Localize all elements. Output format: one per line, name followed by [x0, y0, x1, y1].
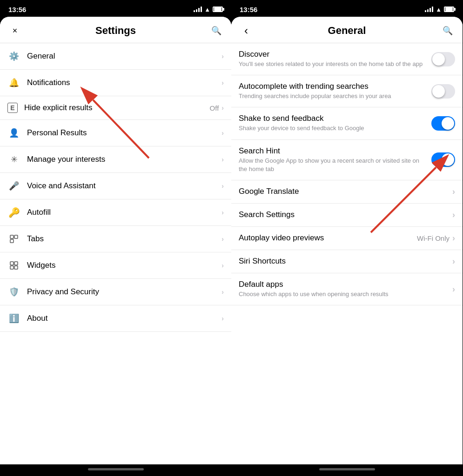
- back-button[interactable]: ‹: [239, 23, 254, 38]
- general-item-discover[interactable]: Discover You'll see stories related to y…: [231, 43, 463, 75]
- shake-feedback-toggle[interactable]: [431, 116, 455, 131]
- svg-rect-1: [14, 235, 18, 238]
- general-icon: ⚙️: [7, 50, 20, 63]
- general-item-shake-feedback[interactable]: Shake to send feedback Shake your device…: [231, 107, 463, 139]
- google-translate-content: Google Translate: [239, 187, 452, 196]
- chevron-icon: ›: [452, 284, 455, 294]
- chevron-icon: ›: [221, 262, 224, 269]
- close-button[interactable]: ×: [7, 23, 22, 38]
- discover-content: Discover You'll see stories related to y…: [239, 50, 427, 68]
- svg-rect-6: [14, 266, 18, 269]
- settings-item-privacy-security[interactable]: 🛡️ Privacy and Security ›: [0, 279, 231, 305]
- shake-feedback-subtitle: Shake your device to send feedback to Go…: [239, 124, 427, 132]
- general-item-search-settings[interactable]: Search Settings ›: [231, 204, 463, 227]
- widgets-label: Widgets: [27, 261, 221, 270]
- settings-item-about[interactable]: ℹ️ About ›: [0, 305, 231, 332]
- status-icons-left: ▲: [194, 6, 223, 13]
- chevron-icon: ›: [221, 209, 224, 216]
- autofill-icon: 🔑: [7, 206, 20, 219]
- general-item-siri-shortcuts[interactable]: Siri Shortcuts ›: [231, 250, 463, 273]
- settings-item-voice-assistant[interactable]: 🎤 Voice and Assistant ›: [0, 173, 231, 199]
- search-button-right[interactable]: 🔍: [440, 23, 455, 38]
- battery-icon-right: [444, 7, 454, 12]
- wifi-icon-right: ▲: [436, 6, 442, 13]
- general-item-google-translate[interactable]: Google Translate ›: [231, 180, 463, 204]
- chevron-icon: ›: [221, 235, 224, 243]
- search-hint-content: Search Hint Allow the Google App to show…: [239, 146, 427, 173]
- settings-item-hide-explicit[interactable]: E Hide explicit results Off ›: [0, 96, 231, 120]
- personal-results-label: Personal Results: [27, 128, 221, 138]
- general-settings-list: Discover You'll see stories related to y…: [231, 43, 463, 464]
- autoplay-title: Autoplay video previews: [239, 233, 417, 243]
- voice-label: Voice and Assistant: [27, 181, 221, 191]
- settings-title: Settings: [95, 25, 136, 37]
- general-item-autoplay-video[interactable]: Autoplay video previews Wi-Fi Only ›: [231, 227, 463, 250]
- tabs-label: Tabs: [27, 234, 221, 244]
- privacy-label: Privacy and Security: [27, 287, 221, 297]
- search-hint-toggle[interactable]: [431, 152, 455, 167]
- toggle-knob: [432, 53, 445, 66]
- search-hint-subtitle: Allow the Google App to show you a recen…: [239, 157, 427, 173]
- hide-explicit-label: Hide explicit results: [24, 103, 210, 112]
- svg-rect-2: [10, 239, 13, 243]
- general-screen: ‹ General 🔍 Discover You'll see stories …: [231, 17, 463, 464]
- discover-toggle[interactable]: [431, 52, 455, 66]
- settings-item-notifications[interactable]: 🔔 Notifications ›: [0, 70, 231, 96]
- chevron-icon: ›: [221, 104, 224, 112]
- general-nav-header: ‹ General 🔍: [231, 17, 463, 43]
- tabs-icon: [7, 232, 20, 245]
- chevron-icon: ›: [221, 288, 224, 296]
- general-title: General: [328, 25, 366, 37]
- shake-feedback-content: Shake to send feedback Shake your device…: [239, 114, 427, 132]
- voice-icon: 🎤: [7, 179, 20, 192]
- about-label: About: [27, 314, 221, 323]
- chevron-icon: ›: [452, 257, 455, 266]
- chevron-icon: ›: [221, 315, 224, 322]
- general-item-search-hint[interactable]: Search Hint Allow the Google App to show…: [231, 140, 463, 180]
- default-apps-content: Default apps Choose which apps to use wh…: [239, 280, 452, 298]
- toggle-knob: [432, 85, 445, 98]
- autoplay-content: Autoplay video previews: [239, 233, 417, 243]
- settings-item-manage-interests[interactable]: ✳ Manage your interests ›: [0, 146, 231, 173]
- siri-shortcuts-title: Siri Shortcuts: [239, 257, 452, 266]
- settings-screen: × Settings 🔍 ⚙️ General › 🔔 Notification…: [0, 17, 231, 464]
- svg-rect-3: [10, 262, 13, 265]
- settings-item-tabs[interactable]: Tabs ›: [0, 226, 231, 252]
- status-bar-right: 13:56 ▲: [231, 0, 463, 17]
- autocomplete-toggle[interactable]: [431, 84, 455, 99]
- personal-results-icon: 👤: [7, 126, 20, 139]
- toggle-knob: [442, 153, 454, 166]
- settings-item-widgets[interactable]: Widgets ›: [0, 252, 231, 279]
- general-item-default-apps[interactable]: Default apps Choose which apps to use wh…: [231, 273, 463, 305]
- status-bar-left: 13:56 ▲: [0, 0, 231, 17]
- chevron-icon: ›: [452, 233, 455, 243]
- settings-item-general[interactable]: ⚙️ General ›: [0, 43, 231, 70]
- svg-rect-5: [10, 266, 13, 269]
- widgets-icon: [7, 259, 20, 272]
- search-icon-right: 🔍: [443, 26, 453, 36]
- autocomplete-subtitle: Trending searches include popular search…: [239, 92, 427, 100]
- shake-feedback-title: Shake to send feedback: [239, 114, 427, 123]
- manage-interests-label: Manage your interests: [27, 155, 221, 164]
- search-hint-title: Search Hint: [239, 146, 427, 156]
- settings-item-personal-results[interactable]: 👤 Personal Results ›: [0, 120, 231, 146]
- discover-subtitle: You'll see stories related to your inter…: [239, 60, 427, 68]
- status-time-left: 13:56: [8, 6, 26, 13]
- right-phone-panel: 13:56 ▲ ‹ General 🔍: [231, 0, 463, 476]
- manage-interests-icon: ✳: [7, 153, 20, 166]
- autofill-label: Autofill: [27, 208, 221, 217]
- signal-icon-right: [425, 7, 433, 12]
- signal-icon: [194, 7, 202, 12]
- settings-list: ⚙️ General › 🔔 Notifications › E Hide ex…: [0, 43, 231, 464]
- privacy-icon: 🛡️: [7, 285, 20, 298]
- hide-explicit-icon: E: [7, 103, 18, 113]
- general-item-autocomplete[interactable]: Autocomplete with trending searches Tren…: [231, 75, 463, 107]
- svg-rect-4: [14, 262, 18, 265]
- default-apps-title: Default apps: [239, 280, 452, 289]
- home-indicator-right: [231, 464, 463, 476]
- notifications-icon: 🔔: [7, 76, 20, 89]
- left-phone-panel: 13:56 ▲ × Settings 🔍: [0, 0, 231, 476]
- chevron-icon: ›: [452, 187, 455, 197]
- settings-item-autofill[interactable]: 🔑 Autofill ›: [0, 199, 231, 226]
- search-button-left[interactable]: 🔍: [209, 23, 224, 38]
